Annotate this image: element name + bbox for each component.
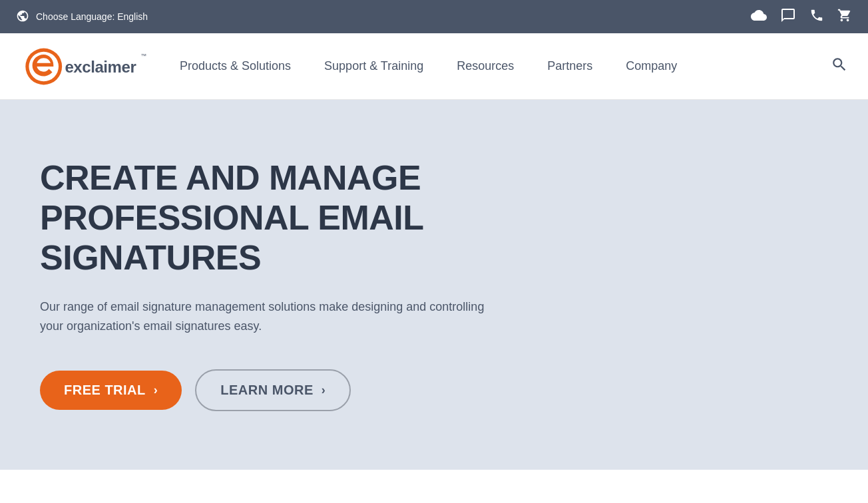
cloud-icon[interactable]	[751, 7, 767, 27]
hero-title: CREATE AND MANAGE PROFESSIONAL EMAIL SIG…	[40, 158, 506, 277]
nav-resources[interactable]: Resources	[457, 59, 514, 73]
logo-link[interactable]: exclaimer ™	[20, 47, 153, 86]
phone-icon[interactable]	[809, 8, 824, 26]
nav-support[interactable]: Support & Training	[324, 59, 423, 73]
chat-icon[interactable]	[780, 7, 796, 27]
globe-icon	[16, 9, 29, 25]
nav-links: Products & Solutions Support & Training …	[180, 59, 831, 73]
nav-partners[interactable]: Partners	[547, 59, 592, 73]
top-bar: Choose Language: English	[0, 0, 868, 33]
hero-section: CREATE AND MANAGE PROFESSIONAL EMAIL SIG…	[0, 100, 868, 470]
language-selector[interactable]: Choose Language: English	[16, 9, 148, 25]
hero-buttons: FREE TRIAL › LEARN MORE ›	[40, 369, 828, 411]
trial-chevron-icon: ›	[154, 383, 158, 397]
free-trial-button[interactable]: FREE TRIAL ›	[40, 371, 182, 410]
free-trial-label: FREE TRIAL	[64, 383, 146, 398]
svg-text:™: ™	[140, 53, 146, 59]
learn-chevron-icon: ›	[322, 383, 326, 397]
nav-company[interactable]: Company	[626, 59, 677, 73]
navbar: exclaimer ™ Products & Solutions Support…	[0, 33, 868, 100]
hero-subtitle: Our range of email signature management …	[40, 297, 493, 336]
language-label: Choose Language: English	[36, 11, 148, 22]
learn-more-button[interactable]: LEARN MORE ›	[195, 369, 351, 411]
nav-products[interactable]: Products & Solutions	[180, 59, 291, 73]
cart-icon[interactable]	[837, 8, 852, 26]
top-bar-icons	[751, 7, 852, 27]
svg-text:exclaimer: exclaimer	[65, 58, 136, 76]
search-icon[interactable]	[831, 56, 848, 77]
learn-more-label: LEARN MORE	[220, 383, 313, 398]
